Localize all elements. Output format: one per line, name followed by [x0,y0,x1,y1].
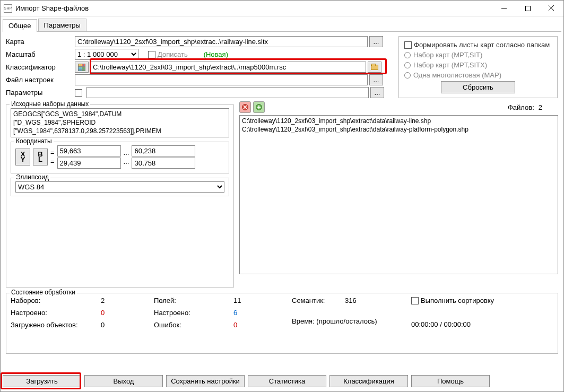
file-list[interactable]: C:\trolleway\1120_2sxf\03_import_shp\ext… [239,115,558,274]
form-sheets-label: Формировать листы карт согласно папкам [414,41,550,49]
bl-button[interactable]: B L [33,149,48,165]
loaded-label: Загружено объектов: [11,321,101,329]
parameters-browse-button[interactable]: ... [370,87,384,98]
radio-mpt-sit[interactable] [404,52,411,58]
folder-open-icon [371,65,378,70]
statistics-button[interactable]: Статистика [248,375,326,387]
titlebar: SHP Импорт Shape-файлов [1,1,563,16]
time-value: 00:00:00 / 00:00:00 [411,320,553,328]
classification-button[interactable]: Классификация [329,375,408,387]
cfg-value: 0 [101,309,105,317]
add-file-button[interactable] [253,101,265,113]
settings-browse-button[interactable]: ... [369,74,383,85]
sheets-panel: Формировать листы карт согласно папкам Н… [398,36,558,98]
err-value: 0 [233,321,237,329]
fcfg-label: Настроено: [154,309,233,317]
coords-legend: Координаты [14,137,54,145]
loaded-value: 0 [101,321,105,329]
fcfg-value: 6 [233,309,237,317]
coords-fieldset: Координаты X Y B L = [11,142,229,173]
help-button[interactable]: Помощь [411,375,490,387]
xy-button[interactable]: X Y [15,149,30,165]
sets-label: Наборов: [11,297,101,304]
grid-icon [78,64,85,71]
time-label: Время: (прошло/осталось) [292,317,377,325]
status-legend: Состояние обработки [10,289,77,296]
add-icon [256,104,262,110]
err-label: Ошибок: [154,321,233,329]
radio-mpt-sitx-label: Набор карт (MPT,SITX) [413,61,487,69]
coord-x2[interactable] [132,145,195,156]
save-settings-button[interactable]: Сохранить настройки [166,375,245,387]
map-label: Карта [6,38,75,46]
maximize-icon [525,6,531,11]
tab-general[interactable]: Общее [3,19,37,32]
sets-value: 2 [101,297,105,304]
exit-button[interactable]: Выход [84,375,163,387]
eq-1: = [50,149,55,156]
close-button[interactable] [540,1,563,16]
projection-textarea[interactable]: GEOGCS["GCS_WGS_1984",DATUM ["D_WGS_1984… [11,108,229,137]
tab-parameters[interactable]: Параметры [38,19,86,31]
parameters-input[interactable] [86,87,369,98]
scale-select[interactable]: 1 : 1 000 000 [75,49,138,60]
ellipsoid-fieldset: Эллипсоид WGS 84 [11,178,229,196]
sem-label: Семантик: [292,297,345,304]
cfg-label: Настроено: [11,309,101,317]
sourcesets-legend: Исходные наборы данных [10,100,90,108]
parameters-label: Параметры [6,89,75,97]
remove-file-button[interactable] [239,101,251,113]
settings-file-input[interactable] [75,74,368,85]
classifier-label: Классификатор [6,63,75,71]
reset-button[interactable]: Сбросить [441,81,515,93]
close-icon [549,5,554,11]
xy-bot: Y [21,157,25,162]
coord-y2[interactable] [132,158,195,169]
scale-label: Масштаб [6,50,75,58]
fields-label: Полей: [154,297,233,304]
radio-mpt-sitx[interactable] [404,62,411,68]
radio-mpt-sit-label: Набор карт (MPT,SIT) [413,51,482,59]
maximize-button[interactable] [516,1,540,16]
form-sheets-checkbox[interactable] [404,41,412,49]
dots-1: ... [124,149,129,156]
append-label: Дописать [158,50,188,58]
parameters-checkbox[interactable] [75,89,82,97]
minimize-icon [501,6,507,11]
minimize-button[interactable] [492,1,516,16]
window-title: Импорт Shape-файлов [15,4,492,12]
sourcesets-fieldset: Исходные наборы данных GEOGCS["GCS_WGS_1… [6,104,234,288]
map-browse-button[interactable]: ... [369,36,383,47]
classifier-browse-button[interactable] [368,62,381,73]
status-fieldset: Состояние обработки Наборов:2 Настроено:… [6,293,558,354]
sem-value: 316 [345,297,357,304]
settings-file-label: Файл настроек [6,76,75,84]
delete-icon [242,104,248,110]
append-checkbox[interactable] [148,51,155,58]
radio-map-label: Одна многолистовая (MAP) [413,71,501,79]
ellipsoid-select[interactable]: WGS 84 [15,181,224,193]
ellipsoid-legend: Эллипсоид [14,173,50,181]
classifier-grid-button[interactable] [75,62,89,73]
coord-x1[interactable] [57,145,121,156]
fields-value: 11 [233,297,241,304]
files-count-label: Файлов: [508,103,534,111]
files-count: 2 [539,103,542,111]
eq-2: = [50,158,55,165]
sort-checkbox[interactable] [411,297,419,304]
app-icon: SHP [4,4,12,13]
map-input[interactable] [75,36,368,47]
tab-bar: Общее Параметры [3,19,561,32]
bl-bot: L [38,157,42,162]
new-indicator: (Новая) [204,50,228,58]
sort-label: Выполнить сортировку [421,297,494,304]
svg-rect-1 [525,6,530,11]
load-button[interactable]: Загрузить [3,375,81,387]
classifier-input[interactable] [90,62,366,73]
radio-map[interactable] [404,72,411,79]
coord-y1[interactable] [57,158,121,169]
dots-2: ... [124,158,129,165]
